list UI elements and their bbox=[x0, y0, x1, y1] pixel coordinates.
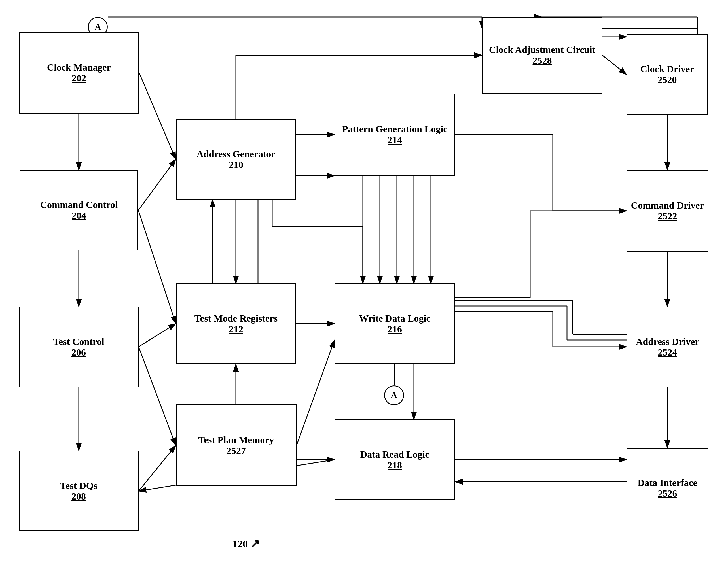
svg-line-44 bbox=[602, 55, 627, 75]
block-test-dqs-label1: Test DQs bbox=[60, 480, 98, 491]
block-test-mode-registers-label1: Test Mode Registers bbox=[194, 313, 278, 324]
block-address-driver-label1: Address Driver bbox=[636, 336, 699, 347]
block-clock-manager-label2: 202 bbox=[72, 73, 86, 84]
block-clock-manager: Clock Manager 202 bbox=[19, 32, 139, 114]
block-address-driver-label2: 2524 bbox=[658, 347, 677, 358]
block-clock-driver-label2: 2520 bbox=[658, 75, 677, 85]
block-command-control: Command Control 204 bbox=[20, 170, 138, 251]
block-clock-driver-label1: Clock Driver bbox=[640, 64, 694, 75]
svg-line-12 bbox=[139, 347, 176, 445]
block-clock-adjustment-circuit-label2: 2528 bbox=[533, 55, 552, 66]
block-address-driver: Address Driver 2524 bbox=[627, 306, 708, 387]
block-test-dqs-label2: 208 bbox=[71, 491, 86, 502]
block-command-driver-label1: Command Driver bbox=[631, 200, 704, 211]
block-clock-adjustment-circuit: Clock Adjustment Circuit 2528 bbox=[482, 17, 602, 94]
block-data-read-logic-label2: 218 bbox=[388, 460, 402, 471]
block-test-control: Test Control 206 bbox=[19, 306, 139, 387]
block-address-generator: Address Generator 210 bbox=[176, 119, 296, 200]
block-command-control-label2: 204 bbox=[72, 210, 86, 221]
block-test-plan-memory: Test Plan Memory 2527 bbox=[176, 404, 297, 486]
block-data-read-logic-label1: Data Read Logic bbox=[360, 449, 429, 460]
circle-a-middle: A bbox=[384, 385, 404, 405]
block-data-read-logic: Data Read Logic 218 bbox=[335, 419, 455, 500]
block-pattern-generation-logic-label2: 214 bbox=[388, 135, 402, 145]
block-test-plan-memory-label1: Test Plan Memory bbox=[198, 435, 274, 445]
block-test-mode-registers: Test Mode Registers 212 bbox=[176, 284, 296, 364]
block-write-data-logic-label1: Write Data Logic bbox=[359, 313, 430, 324]
svg-line-8 bbox=[139, 73, 176, 159]
block-command-driver-label2: 2522 bbox=[658, 211, 677, 222]
label-120: 120 ↗ bbox=[232, 537, 260, 550]
block-clock-manager-label1: Clock Manager bbox=[47, 62, 111, 73]
block-command-driver: Command Driver 2522 bbox=[627, 170, 708, 252]
block-address-generator-label2: 210 bbox=[229, 160, 243, 170]
block-test-control-label2: 206 bbox=[71, 347, 86, 358]
svg-line-13 bbox=[139, 445, 176, 491]
svg-line-10 bbox=[138, 210, 176, 323]
svg-line-23 bbox=[297, 340, 335, 445]
diagram-container: A A Clock Manager 202 Command Control 20… bbox=[0, 0, 728, 567]
block-pattern-generation-logic: Pattern Generation Logic 214 bbox=[335, 94, 455, 176]
block-test-plan-memory-label2: 2527 bbox=[227, 445, 246, 456]
block-data-interface-label2: 2526 bbox=[658, 488, 677, 499]
block-write-data-logic-label2: 216 bbox=[388, 324, 402, 335]
svg-line-9 bbox=[138, 159, 176, 210]
svg-line-11 bbox=[139, 323, 176, 347]
block-write-data-logic: Write Data Logic 216 bbox=[335, 284, 455, 364]
block-clock-adjustment-circuit-label1: Clock Adjustment Circuit bbox=[489, 45, 595, 55]
block-test-mode-registers-label2: 212 bbox=[229, 324, 243, 335]
block-address-generator-label1: Address Generator bbox=[197, 149, 276, 160]
block-pattern-generation-logic-label1: Pattern Generation Logic bbox=[342, 124, 447, 135]
block-test-control-label1: Test Control bbox=[53, 336, 104, 347]
block-test-dqs: Test DQs 208 bbox=[19, 450, 139, 531]
block-data-interface: Data Interface 2526 bbox=[627, 448, 708, 528]
block-clock-driver: Clock Driver 2520 bbox=[627, 34, 708, 115]
block-command-control-label1: Command Control bbox=[40, 200, 118, 210]
block-data-interface-label1: Data Interface bbox=[638, 477, 697, 488]
